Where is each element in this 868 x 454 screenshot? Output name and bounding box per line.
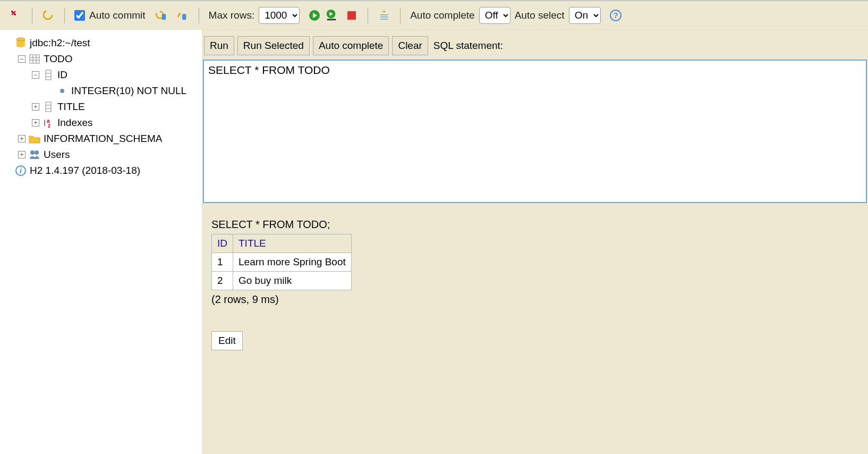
commit-icon[interactable]	[176, 9, 189, 22]
table-node[interactable]: − TODO	[4, 51, 198, 67]
max-rows-label: Max rows:	[209, 10, 255, 21]
main-toolbar: Auto commit Max rows: 1000 Auto complete…	[0, 0, 868, 30]
svg-rect-6	[327, 19, 336, 20]
db-tree: jdbc:h2:~/test − TODO − ID INTEGER(10) N…	[0, 30, 202, 454]
table-icon	[29, 53, 40, 65]
help-icon[interactable]: ?	[609, 9, 622, 22]
separator	[199, 7, 199, 23]
svg-text:z: z	[48, 123, 50, 128]
cell-title: Learn more Spring Boot	[233, 253, 352, 272]
folder-icon	[29, 133, 40, 145]
column-icon	[42, 69, 54, 81]
svg-point-1	[14, 13, 16, 15]
auto-select-label: Auto select	[515, 10, 565, 21]
svg-rect-21	[46, 102, 51, 112]
svg-point-0	[11, 11, 13, 13]
indexes-icon: az	[42, 117, 54, 129]
executed-sql-label: SELECT * FROM TODO;	[211, 218, 858, 231]
disconnect-icon[interactable]	[10, 9, 22, 22]
svg-rect-3	[182, 14, 186, 20]
svg-rect-12	[30, 55, 39, 63]
column-id-label: ID	[57, 69, 67, 81]
run-button[interactable]: Run	[204, 36, 234, 55]
cell-title: Go buy milk	[233, 272, 352, 290]
db-node[interactable]: jdbc:h2:~/test	[4, 35, 198, 51]
collapse-icon[interactable]: −	[18, 55, 25, 63]
version-node[interactable]: i H2 1.4.197 (2018-03-18)	[4, 163, 198, 179]
db-url-label: jdbc:h2:~/test	[30, 37, 90, 49]
sql-editor[interactable]	[203, 60, 867, 203]
results-table: ID TITLE 1 Learn more Spring Boot 2 Go b…	[211, 234, 352, 290]
main-panel: Run Run Selected Auto complete Clear SQL…	[202, 30, 868, 454]
svg-text:?: ?	[613, 11, 618, 20]
run-icon[interactable]	[308, 9, 321, 22]
auto-commit-checkbox[interactable]	[74, 10, 85, 21]
column-title-label: TITLE	[57, 101, 85, 113]
database-icon	[15, 37, 27, 49]
indexes-label: Indexes	[57, 117, 93, 129]
expand-icon[interactable]: +	[18, 151, 25, 158]
rollback-icon[interactable]	[154, 9, 167, 22]
info-schema-node[interactable]: + INFORMATION_SCHEMA	[4, 131, 198, 147]
table-name-label: TODO	[44, 53, 73, 65]
edit-button[interactable]: Edit	[211, 331, 243, 350]
column-icon	[42, 101, 54, 113]
collapse-icon[interactable]: −	[32, 71, 39, 79]
indexes-node[interactable]: + az Indexes	[4, 115, 198, 131]
svg-point-28	[35, 150, 39, 155]
header-title[interactable]: TITLE	[233, 234, 352, 253]
users-icon	[29, 149, 40, 161]
svg-rect-2	[161, 14, 165, 20]
info-schema-label: INFORMATION_SCHEMA	[44, 133, 162, 145]
auto-select-select[interactable]: On	[569, 7, 601, 24]
auto-complete-select[interactable]: Off	[479, 7, 510, 24]
history-icon[interactable]	[378, 9, 390, 22]
results-panel: SELECT * FROM TODO; ID TITLE 1 Learn mor…	[202, 206, 868, 363]
auto-complete-button[interactable]: Auto complete	[313, 36, 389, 55]
content-area: jdbc:h2:~/test − TODO − ID INTEGER(10) N…	[0, 30, 868, 454]
auto-commit-label: Auto commit	[89, 10, 146, 21]
auto-complete-label: Auto complete	[410, 10, 474, 21]
cell-id: 1	[212, 253, 233, 272]
column-id-node[interactable]: − ID	[4, 67, 198, 83]
run-selected-icon[interactable]	[325, 9, 338, 22]
expand-icon[interactable]: +	[32, 103, 39, 111]
result-stats: (2 rows, 9 ms)	[211, 293, 858, 306]
expand-icon[interactable]: +	[18, 135, 25, 142]
table-row: 2 Go buy milk	[212, 272, 352, 290]
users-label: Users	[44, 149, 70, 161]
run-selected-button[interactable]: Run Selected	[237, 36, 310, 55]
expand-icon[interactable]: +	[32, 119, 39, 127]
svg-rect-7	[347, 11, 356, 20]
users-node[interactable]: + Users	[4, 147, 198, 163]
svg-point-20	[60, 89, 64, 93]
sql-statement-label: SQL statement:	[433, 40, 503, 52]
separator	[32, 7, 32, 23]
column-id-type-label: INTEGER(10) NOT NULL	[71, 85, 186, 97]
svg-text:i: i	[20, 166, 22, 175]
header-id[interactable]: ID	[212, 234, 233, 253]
separator	[368, 7, 368, 23]
table-row: 1 Learn more Spring Boot	[212, 253, 352, 272]
cell-id: 2	[212, 272, 233, 290]
column-id-type-node[interactable]: INTEGER(10) NOT NULL	[4, 83, 198, 99]
info-icon: i	[15, 165, 27, 176]
table-header-row: ID TITLE	[212, 234, 352, 253]
type-bullet-icon	[56, 85, 68, 97]
refresh-icon[interactable]	[42, 9, 55, 22]
action-bar: Run Run Selected Auto complete Clear SQL…	[202, 36, 868, 55]
version-label: H2 1.4.197 (2018-03-18)	[30, 165, 140, 176]
svg-rect-17	[46, 70, 51, 80]
separator	[64, 7, 65, 23]
separator	[400, 7, 401, 23]
max-rows-select[interactable]: 1000	[259, 7, 300, 24]
clear-button[interactable]: Clear	[392, 36, 428, 55]
column-title-node[interactable]: + TITLE	[4, 99, 198, 115]
stop-icon[interactable]	[345, 9, 358, 22]
svg-point-27	[30, 150, 35, 155]
